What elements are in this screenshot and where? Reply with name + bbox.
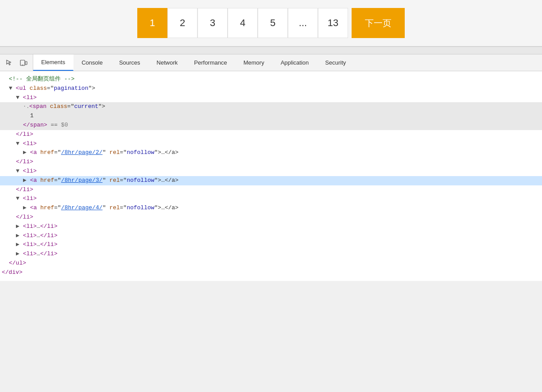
code-line-li3-close: </li>	[0, 185, 542, 195]
code-line-a-page3[interactable]: ▶ <a href="/8hr/page/3/" rel="nofollow">…	[0, 176, 542, 185]
expand-a2[interactable]: ▶	[23, 148, 30, 158]
device-icon[interactable]	[18, 57, 29, 69]
devtools-panel: Elements Console Sources Network Perform…	[0, 54, 542, 281]
code-line-div-close: </div>	[0, 268, 542, 277]
code-line-text-1: 1	[0, 111, 542, 121]
separator	[0, 46, 542, 54]
devtools-tabs: Elements Console Sources Network Perform…	[33, 54, 542, 71]
code-line-li1-close: </li>	[0, 130, 542, 139]
collapse-li3[interactable]: ▼	[16, 167, 23, 176]
tab-elements[interactable]: Elements	[33, 54, 74, 71]
devtools-content: <!-- 全局翻页组件 --> ▼ <ul class="pagination"…	[0, 71, 542, 281]
svg-rect-0	[20, 60, 25, 65]
code-line-li6-collapsed: ▶ <li>…</li>	[0, 231, 542, 241]
code-line-ul-open: ▼ <ul class="pagination">	[0, 84, 542, 93]
code-line-span-close: </span> == $0	[0, 121, 542, 130]
tab-memory[interactable]: Memory	[236, 54, 273, 71]
expand-li8[interactable]: ▶	[16, 250, 23, 259]
page-1-button[interactable]: 1	[137, 8, 167, 38]
next-page-button[interactable]: 下一页	[352, 8, 405, 38]
tab-sources[interactable]: Sources	[111, 54, 149, 71]
svg-rect-1	[25, 61, 27, 65]
code-line-li2-open: ▼ <li>	[0, 139, 542, 149]
code-line-span-current[interactable]: ·.<span class="current">	[0, 102, 542, 111]
page-3-button[interactable]: 3	[197, 8, 228, 38]
pagination-section: 1 2 3 4 5 ... 13 下一页	[0, 0, 542, 46]
expand-li7[interactable]: ▶	[16, 240, 23, 250]
code-line-a-page4: ▶ <a href="/8hr/page/4/" rel="nofollow">…	[0, 204, 542, 213]
page-4-button[interactable]: 4	[228, 8, 258, 38]
code-line-a-page2: ▶ <a href="/8hr/page/2/" rel="nofollow">…	[0, 148, 542, 158]
devtools-icon-group	[0, 54, 33, 71]
page-2-button[interactable]: 2	[167, 8, 197, 38]
tab-network[interactable]: Network	[149, 54, 186, 71]
code-line-comment: <!-- 全局翻页组件 -->	[0, 75, 542, 84]
collapse-triangle[interactable]: ▼	[9, 84, 16, 93]
expand-a4[interactable]: ▶	[23, 204, 30, 213]
devtools-toolbar: Elements Console Sources Network Perform…	[0, 54, 542, 71]
tab-application[interactable]: Application	[273, 54, 317, 71]
tab-console[interactable]: Console	[74, 54, 111, 71]
expand-li6[interactable]: ▶	[16, 231, 23, 241]
code-line-li7-collapsed: ▶ <li>…</li>	[0, 240, 542, 250]
code-line-li1-open: ▼ <li>	[0, 93, 542, 103]
page-13-button[interactable]: 13	[318, 8, 348, 38]
code-line-li8-collapsed: ▶ <li>…</li>	[0, 250, 542, 259]
expand-a3[interactable]: ▶	[23, 176, 30, 185]
expand-li5[interactable]: ▶	[16, 222, 23, 231]
tab-security[interactable]: Security	[317, 54, 354, 71]
code-line-li5-collapsed: ▶ <li>…</li>	[0, 222, 542, 231]
code-line-li2-close: </li>	[0, 158, 542, 167]
code-line-li4-close: </li>	[0, 213, 542, 222]
collapse-li4[interactable]: ▼	[16, 194, 23, 204]
code-line-li4-open: ▼ <li>	[0, 194, 542, 204]
code-line-ul-close: </ul>	[0, 259, 542, 268]
tab-performance[interactable]: Performance	[186, 54, 235, 71]
page-ellipsis: ...	[288, 8, 318, 38]
code-line-li3-open: ▼ <li>	[0, 167, 542, 176]
page-5-button[interactable]: 5	[258, 8, 288, 38]
collapse-li2[interactable]: ▼	[16, 139, 23, 149]
inspect-icon[interactable]	[4, 57, 15, 69]
collapse-li1[interactable]: ▼	[16, 93, 23, 103]
